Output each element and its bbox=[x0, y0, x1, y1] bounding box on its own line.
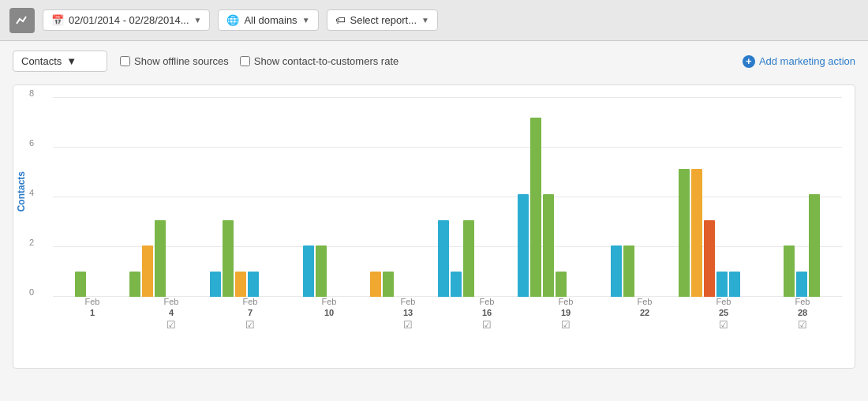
bar-group bbox=[303, 245, 327, 297]
x-day: 19 bbox=[561, 308, 571, 317]
x-axis-label: Feb7☑ bbox=[243, 297, 258, 331]
bar bbox=[543, 194, 554, 297]
calendar-marker-icon: ☑ bbox=[482, 319, 492, 331]
y-label-4: 4 bbox=[29, 188, 34, 197]
x-day: 25 bbox=[719, 308, 728, 317]
date-range-caret: ▼ bbox=[194, 16, 202, 24]
bar bbox=[75, 272, 86, 298]
x-day: 13 bbox=[403, 308, 413, 317]
x-month: Feb bbox=[243, 297, 258, 306]
calendar-marker-icon: ☑ bbox=[719, 319, 728, 331]
x-month: Feb bbox=[401, 297, 416, 306]
x-month: Feb bbox=[164, 297, 179, 306]
bar bbox=[451, 272, 462, 298]
bar bbox=[556, 272, 567, 298]
x-month: Feb bbox=[85, 297, 100, 306]
bar bbox=[530, 118, 541, 298]
domain-selector[interactable]: 🌐 All domains ▼ bbox=[218, 9, 318, 31]
x-axis-label: Feb4☑ bbox=[164, 297, 179, 331]
bar-group bbox=[370, 272, 394, 298]
bar bbox=[463, 220, 474, 298]
x-month: Feb bbox=[480, 297, 495, 306]
x-axis-label: Feb13☑ bbox=[401, 297, 416, 331]
contacts-label: Contacts bbox=[21, 55, 62, 67]
report-caret: ▼ bbox=[421, 16, 429, 24]
bar-group bbox=[611, 245, 634, 297]
calendar-marker-icon: ☑ bbox=[166, 319, 176, 331]
bar bbox=[235, 272, 246, 298]
y-label-2: 2 bbox=[29, 238, 34, 247]
y-label-6: 6 bbox=[29, 138, 34, 148]
add-action-label: Add marketing action bbox=[759, 55, 855, 67]
bar bbox=[316, 245, 327, 297]
bar-group bbox=[210, 220, 259, 298]
bar bbox=[679, 169, 690, 298]
bar bbox=[155, 220, 166, 298]
x-axis-label: Feb22 bbox=[638, 297, 653, 317]
x-month: Feb bbox=[716, 297, 731, 306]
bar bbox=[223, 220, 234, 298]
globe-icon: 🌐 bbox=[226, 14, 239, 26]
x-axis-label: Feb19☑ bbox=[559, 297, 574, 331]
x-month: Feb bbox=[795, 297, 810, 306]
bar bbox=[784, 245, 795, 297]
x-axis: Feb1Feb4☑Feb7☑Feb10Feb13☑Feb16☑Feb19☑Feb… bbox=[53, 297, 842, 320]
contact-rate-input[interactable] bbox=[240, 56, 250, 66]
bars-area bbox=[53, 98, 842, 297]
logo-button[interactable] bbox=[9, 8, 35, 33]
bar-group bbox=[75, 272, 86, 298]
chart-container: Contacts 8 6 4 2 0 bbox=[13, 84, 855, 369]
bar bbox=[303, 245, 314, 297]
calendar-marker-icon: ☑ bbox=[561, 319, 571, 331]
bar bbox=[796, 272, 807, 298]
contacts-dropdown[interactable]: Contacts ▼ bbox=[13, 51, 107, 72]
contact-rate-checkbox[interactable]: Show contact-to-customers rate bbox=[240, 55, 399, 67]
x-axis-label: Feb1 bbox=[85, 297, 100, 317]
bar-group bbox=[784, 194, 820, 297]
calendar-marker-icon: ☑ bbox=[403, 319, 413, 331]
y-label-8: 8 bbox=[29, 88, 34, 98]
bar bbox=[383, 272, 394, 298]
main-content: Contacts ▼ Show offline sources Show con… bbox=[0, 41, 868, 378]
report-label: Select report... bbox=[350, 14, 417, 26]
report-selector[interactable]: 🏷 Select report... ▼ bbox=[327, 9, 438, 31]
calendar-icon: 📅 bbox=[51, 14, 64, 26]
bar bbox=[716, 272, 728, 298]
tag-icon: 🏷 bbox=[335, 14, 346, 26]
bar-group bbox=[438, 220, 474, 298]
x-month: Feb bbox=[638, 297, 653, 306]
bar bbox=[623, 245, 634, 297]
bar bbox=[729, 272, 740, 298]
x-day: 22 bbox=[640, 308, 649, 317]
bar bbox=[129, 272, 140, 298]
bar-group bbox=[679, 169, 740, 298]
calendar-marker-icon: ☑ bbox=[245, 319, 255, 331]
top-toolbar: 📅 02/01/2014 - 02/28/2014... ▼ 🌐 All dom… bbox=[0, 0, 868, 41]
x-axis-label: Feb16☑ bbox=[480, 297, 495, 331]
x-day: 7 bbox=[248, 308, 253, 317]
domain-label: All domains bbox=[244, 14, 297, 26]
contacts-caret: ▼ bbox=[66, 55, 77, 67]
offline-sources-input[interactable] bbox=[120, 56, 130, 66]
offline-sources-checkbox[interactable]: Show offline sources bbox=[120, 55, 229, 67]
bar bbox=[691, 169, 702, 298]
x-day: 1 bbox=[90, 308, 95, 317]
offline-sources-label: Show offline sources bbox=[134, 55, 229, 67]
bar bbox=[438, 220, 449, 298]
date-range-selector[interactable]: 📅 02/01/2014 - 02/28/2014... ▼ bbox=[43, 9, 210, 31]
x-month: Feb bbox=[322, 297, 337, 306]
bar bbox=[248, 272, 259, 298]
bar bbox=[809, 194, 820, 297]
y-label-0: 0 bbox=[29, 287, 34, 297]
x-axis-label: Feb10 bbox=[322, 297, 337, 317]
date-range-label: 02/01/2014 - 02/28/2014... bbox=[69, 14, 189, 26]
x-month: Feb bbox=[559, 297, 574, 306]
plus-icon: + bbox=[743, 55, 755, 68]
add-marketing-action-button[interactable]: + Add marketing action bbox=[743, 55, 855, 68]
bar bbox=[704, 220, 715, 298]
bar bbox=[370, 272, 381, 298]
chart-area: 8 6 4 2 0 Feb1Feb4☑Feb7☑Feb10 bbox=[53, 98, 842, 320]
bar-group bbox=[129, 220, 166, 298]
domain-caret: ▼ bbox=[302, 16, 310, 24]
x-day: 16 bbox=[482, 308, 492, 317]
